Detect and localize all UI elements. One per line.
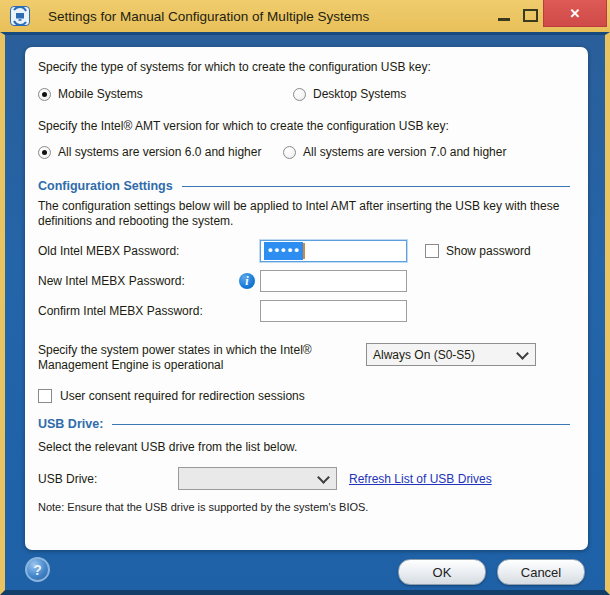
- dialog-window: Settings for Manual Configuration of Mul…: [0, 0, 610, 595]
- radio-version-7[interactable]: All systems are version 7.0 and higher: [283, 145, 506, 159]
- show-password-label[interactable]: Show password: [446, 244, 531, 258]
- dialog-footer: ? OK Cancel: [5, 550, 605, 590]
- radio-icon[interactable]: [293, 88, 306, 101]
- power-states-selected-value: Always On (S0-S5): [373, 348, 475, 362]
- show-password-option[interactable]: Show password: [425, 244, 531, 258]
- section-divider: [112, 424, 570, 425]
- text-caret: [303, 243, 305, 259]
- cancel-button-label: Cancel: [521, 565, 561, 580]
- confirm-password-input[interactable]: [260, 300, 407, 322]
- radio-icon[interactable]: [38, 146, 51, 159]
- radio-label[interactable]: Mobile Systems: [58, 87, 143, 101]
- old-password-input[interactable]: •••••: [260, 240, 407, 262]
- section-divider: [182, 186, 570, 187]
- radio-desktop-systems[interactable]: Desktop Systems: [293, 87, 406, 101]
- window-controls: ✕: [491, 0, 610, 32]
- section-heading: Configuration Settings: [38, 179, 173, 193]
- radio-label[interactable]: Desktop Systems: [313, 87, 406, 101]
- new-password-label: New Intel MEBX Password:: [38, 274, 260, 288]
- chevron-down-icon: [516, 347, 529, 360]
- refresh-usb-drives-link[interactable]: Refresh List of USB Drives: [349, 472, 492, 486]
- dialog-body: Specify the type of systems for which to…: [0, 32, 610, 595]
- maximize-icon: [523, 9, 538, 22]
- old-password-row: Old Intel MEBX Password: ••••• Show pass…: [38, 239, 570, 263]
- usb-drive-description: Select the relevant USB drive from the l…: [38, 440, 570, 454]
- amt-version-label: Specify the Intel® AMT version for which…: [38, 119, 570, 134]
- radio-version-6[interactable]: All systems are version 6.0 and higher: [38, 145, 283, 159]
- power-states-row: Specify the system power states in which…: [38, 343, 570, 373]
- confirm-password-row: Confirm Intel MEBX Password:: [38, 299, 570, 323]
- help-button[interactable]: ?: [25, 557, 50, 582]
- power-states-dropdown[interactable]: Always On (S0-S5): [366, 343, 536, 366]
- question-mark-icon: ?: [33, 562, 42, 578]
- content-panel: Specify the type of systems for which to…: [25, 47, 588, 550]
- window-title: Settings for Manual Configuration of Mul…: [48, 9, 369, 24]
- confirm-password-label: Confirm Intel MEBX Password:: [38, 304, 260, 318]
- system-type-label: Specify the type of systems for which to…: [38, 60, 570, 75]
- radio-icon[interactable]: [38, 88, 51, 101]
- ok-button-label: OK: [433, 565, 452, 580]
- app-icon[interactable]: [10, 6, 30, 26]
- minimize-icon: [498, 18, 510, 21]
- configuration-settings-section: Configuration Settings: [38, 179, 570, 193]
- usb-drive-row: USB Drive: Refresh List of USB Drives: [38, 467, 570, 490]
- usb-drive-label: USB Drive:: [38, 472, 178, 486]
- amt-version-options: All systems are version 6.0 and higher A…: [38, 145, 570, 159]
- title-bar: Settings for Manual Configuration of Mul…: [0, 0, 610, 32]
- ok-button[interactable]: OK: [398, 559, 486, 585]
- usb-drive-section: USB Drive:: [38, 417, 570, 431]
- system-type-options: Mobile Systems Desktop Systems: [38, 87, 570, 101]
- action-buttons: OK Cancel: [398, 559, 585, 585]
- usb-bios-note: Note: Ensure that the USB drive is suppo…: [38, 501, 570, 513]
- section-heading: USB Drive:: [38, 417, 103, 431]
- configuration-description: The configuration settings below will be…: [38, 199, 578, 229]
- show-password-checkbox[interactable]: [425, 244, 439, 258]
- chevron-down-icon: [317, 471, 330, 484]
- cancel-button[interactable]: Cancel: [497, 559, 585, 585]
- power-states-label: Specify the system power states in which…: [38, 343, 366, 373]
- radio-mobile-systems[interactable]: Mobile Systems: [38, 87, 293, 101]
- close-icon: ✕: [570, 7, 581, 20]
- new-password-row: New Intel MEBX Password: i: [38, 269, 570, 293]
- radio-label[interactable]: All systems are version 6.0 and higher: [58, 145, 261, 159]
- radio-label[interactable]: All systems are version 7.0 and higher: [303, 145, 506, 159]
- usb-drive-dropdown[interactable]: [178, 467, 337, 490]
- user-consent-checkbox[interactable]: [38, 389, 52, 403]
- maximize-button[interactable]: [517, 2, 543, 28]
- new-password-input[interactable]: [260, 270, 407, 292]
- user-consent-label[interactable]: User consent required for redirection se…: [60, 389, 305, 403]
- old-password-label: Old Intel MEBX Password:: [38, 244, 260, 258]
- password-masked-value: •••••: [264, 242, 303, 260]
- password-fields: Old Intel MEBX Password: ••••• Show pass…: [38, 239, 570, 323]
- close-button[interactable]: ✕: [543, 0, 607, 27]
- minimize-button[interactable]: [491, 2, 517, 28]
- radio-icon[interactable]: [283, 146, 296, 159]
- info-icon[interactable]: i: [239, 273, 255, 289]
- user-consent-option[interactable]: User consent required for redirection se…: [38, 389, 570, 403]
